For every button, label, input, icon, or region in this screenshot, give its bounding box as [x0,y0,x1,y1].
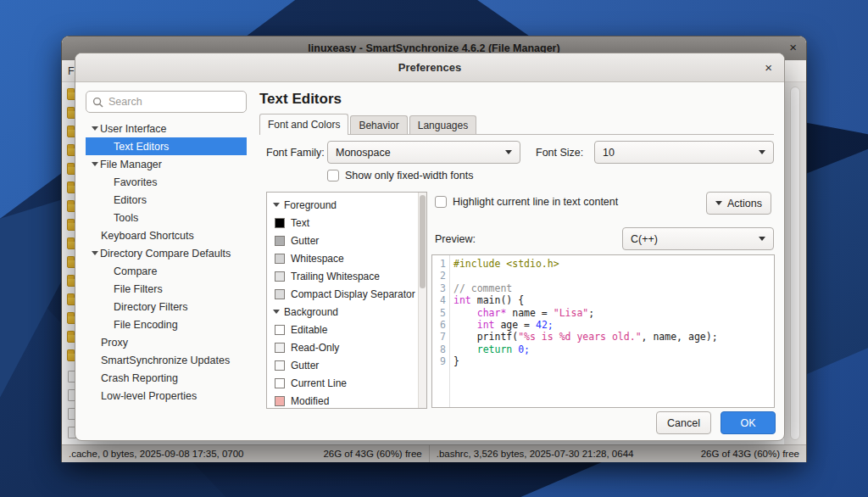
color-item-whitespace[interactable]: Whitespace [267,249,426,267]
status-pane-right: .bashrc, 3,526 bytes, 2025-07-30 21:28, … [430,445,806,462]
sidebar-item-compare[interactable]: Compare [86,262,247,280]
color-swatch [275,396,285,406]
highlight-line-checkbox-row[interactable]: Highlight current line in text content [435,196,618,208]
chevron-down-icon[interactable] [90,162,100,166]
color-item-editable[interactable]: Editable [267,321,426,338]
code-lines: 1#include <stdio.h>23// comment4int main… [432,258,774,368]
code-line: 9} [432,355,774,367]
chevron-down-icon[interactable] [271,310,281,314]
sidebar-item-directory-compare-defaults[interactable]: Directory Compare Defaults [86,244,247,262]
fixed-width-checkbox-row[interactable]: Show only fixed-width fonts [327,170,473,181]
dialog-titlebar[interactable]: Preferences × [75,53,784,82]
color-swatch [275,236,285,246]
checkbox-label: Show only fixed-width fonts [345,170,473,181]
color-item-trailing-whitespace[interactable]: Trailing Whitespace [267,267,426,285]
color-item-label: Gutter [291,360,319,371]
code-preview[interactable]: 1#include <stdio.h>23// comment4int main… [431,254,775,408]
font-size-label: Font Size: [536,147,583,159]
sidebar-item-file-manager[interactable]: File Manager [86,155,247,173]
sidebar-item-label: Editors [114,194,147,206]
color-item-label: Background [284,306,338,318]
line-number: 7 [432,331,446,343]
sidebar-item-proxy[interactable]: Proxy [86,333,247,351]
checkbox-label: Highlight current line in text content [453,196,618,208]
line-number: 4 [432,294,446,306]
sidebar-item-tools[interactable]: Tools [86,209,247,226]
sidebar-item-user-interface[interactable]: User Interface [86,120,247,137]
sidebar-item-low-level-properties[interactable]: Low-level Properties [86,387,247,405]
sidebar-item-label: File Encoding [114,319,178,331]
color-section-background[interactable]: Background [267,303,426,321]
color-item-read-only[interactable]: Read-Only [267,338,426,356]
actions-button[interactable]: Actions [706,192,771,215]
sidebar-item-label: Text Editors [114,141,169,153]
chevron-down-icon [505,150,512,154]
line-number: 9 [432,355,446,367]
chevron-down-icon[interactable] [90,126,100,131]
sidebar-item-file-filters[interactable]: File Filters [86,280,247,298]
preview-label: Preview: [435,233,476,245]
ok-button[interactable]: OK [721,411,776,434]
sidebar-item-label: Proxy [101,337,128,349]
color-section-foreground[interactable]: Foreground [267,196,426,214]
color-item-label: Text [291,217,309,229]
color-item-gutter[interactable]: Gutter [267,232,426,249]
checkbox-unchecked[interactable] [327,170,339,181]
code-line: 8 return 0; [432,343,774,355]
code-line: 5 char* name = "Lisa"; [432,307,774,319]
window-close-icon[interactable]: × [789,40,797,55]
color-item-modified[interactable]: Modified [267,392,426,409]
scrollbar-thumb[interactable] [420,195,426,288]
color-item-label: Compact Display Separator [291,288,415,300]
tab-font-and-colors[interactable]: Font and Colors [259,114,348,134]
sidebar-item-label: File Manager [100,159,162,170]
sidebar-item-label: Compare [114,265,157,277]
chevron-down-icon [759,237,765,241]
font-size-value: 10 [603,147,752,159]
sidebar-item-editors[interactable]: Editors [86,191,247,209]
sidebar-item-text-editors[interactable]: Text Editors [86,137,247,155]
sidebar-item-label: Tools [114,212,138,224]
cancel-button[interactable]: Cancel [656,411,711,434]
sidebar-item-keyboard-shortcuts[interactable]: Keyboard Shortcuts [86,226,247,244]
chevron-down-icon[interactable] [90,251,100,255]
code-text: printf("%s is %d years old.", name, age)… [453,331,718,343]
color-list: ForegroundTextGutterWhitespaceTrailing W… [266,192,427,409]
color-item-label: Read-Only [291,342,339,354]
color-item-current-line[interactable]: Current Line [267,374,426,392]
sidebar-item-directory-filters[interactable]: Directory Filters [86,298,247,316]
code-text: } [453,355,459,367]
color-swatch [275,343,285,353]
page-title: Text Editors [259,91,342,108]
code-text: // comment [453,282,512,294]
chevron-down-icon[interactable] [271,203,281,207]
font-size-select[interactable]: 10 [594,141,774,164]
chevron-down-icon [715,201,722,205]
color-tree: ForegroundTextGutterWhitespaceTrailing W… [267,193,426,409]
preferences-dialog: Preferences × User InterfaceText Editors… [75,53,785,441]
color-swatch [275,360,285,371]
checkbox-unchecked[interactable] [435,196,447,208]
vertical-scrollbar[interactable] [790,87,800,440]
sidebar-item-crash-reporting[interactable]: Crash Reporting [86,369,247,387]
color-item-label: Whitespace [291,253,344,265]
code-text: int age = 42; [453,319,554,331]
sidebar-item-smartsynchronize-updates[interactable]: SmartSynchronize Updates [86,351,247,369]
dialog-title: Preferences [398,61,461,74]
dialog-close-icon[interactable]: × [765,59,772,75]
color-list-scrollbar[interactable] [418,193,426,408]
color-item-text[interactable]: Text [267,214,426,232]
search-input[interactable] [108,96,240,108]
font-family-select[interactable]: Monospace [327,141,520,164]
tab-bar: Font and ColorsBehaviorLanguages [259,114,774,135]
color-item-gutter[interactable]: Gutter [267,356,426,374]
code-line: 3// comment [432,282,774,294]
tab-languages[interactable]: Languages [409,115,476,134]
color-item-compact-display-separator[interactable]: Compact Display Separator [267,285,426,303]
preview-language-select[interactable]: C(++) [622,227,774,250]
sidebar-item-favorites[interactable]: Favorites [86,173,247,191]
color-item-label: Gutter [291,235,319,247]
tab-behavior[interactable]: Behavior [350,115,407,134]
color-swatch [275,325,285,335]
sidebar-item-file-encoding[interactable]: File Encoding [86,316,247,333]
